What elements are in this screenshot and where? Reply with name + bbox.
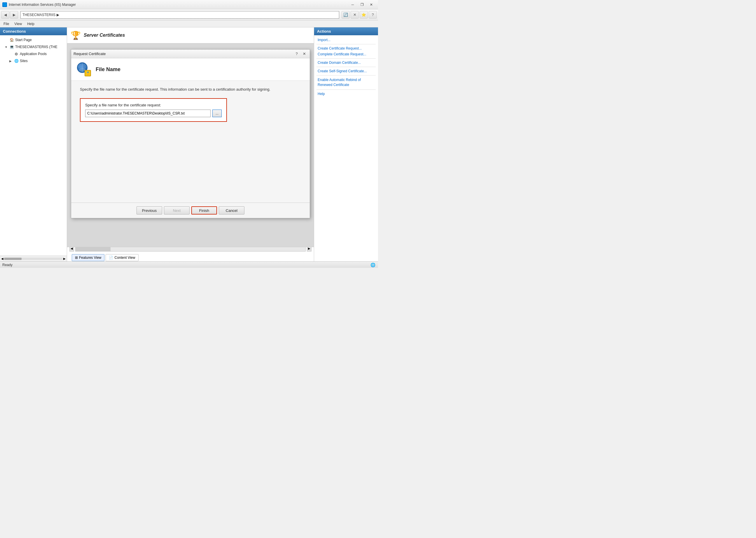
features-view-icon: ⊞ (75, 256, 78, 260)
window-title: Internet Information Services (IIS) Mana… (9, 3, 76, 7)
toolbar: ◀ ▶ THESECMASTERIIS ▶ 🔄 ✕ ⭐ ? (0, 9, 378, 21)
app-icon: 🌐 (2, 2, 7, 7)
dialog-title-text: Request Certificate (74, 52, 106, 56)
sidebar-sites-label: Sites (20, 59, 28, 63)
actions-panel: Actions Import... Create Certificate Req… (314, 27, 378, 261)
file-name-input[interactable] (85, 110, 211, 117)
menu-view[interactable]: View (12, 21, 24, 27)
content-header: 🏆 Server Certificates (67, 27, 314, 43)
next-button[interactable]: Next (164, 206, 190, 214)
content-body: Request Certificate ? ✕ (67, 43, 314, 247)
status-bar: Ready 🌐 (0, 261, 378, 268)
menu-file[interactable]: File (1, 21, 11, 27)
sidebar-scroll-right[interactable]: ▶ (63, 257, 66, 260)
sidebar-bottom: ◀ ▶ (0, 256, 67, 261)
certificate-icon: 🏅 (77, 62, 91, 76)
dialog-overlay: Request Certificate ? ✕ (67, 43, 314, 247)
tree-arrow-sites: ▶ (9, 59, 13, 63)
sidebar: Connections 🏠 Start Page ▼ 💻 THESECMASTE… (0, 27, 67, 261)
features-view-label: Features View (79, 256, 101, 260)
action-create-domain-cert[interactable]: Create Domain Certificate... (314, 60, 378, 66)
dialog-help-button[interactable]: ? (293, 51, 300, 57)
refresh-button[interactable]: 🔄 (342, 11, 350, 19)
file-name-form-group: Specify a file name for the certificate … (80, 98, 227, 122)
dialog-description: Specify the file name for the certificat… (80, 86, 301, 92)
action-sep-2 (316, 58, 376, 59)
view-tabs: ⊞ Features View 📄 Content View (69, 252, 311, 262)
sidebar-item-label: Start Page (15, 38, 32, 42)
stop-button[interactable]: ✕ (350, 11, 359, 19)
actions-header: Actions (314, 27, 378, 35)
sidebar-scrollbar[interactable] (4, 258, 63, 260)
content-view-icon: 📄 (109, 256, 113, 260)
scroll-track[interactable] (75, 247, 306, 251)
action-sep-4 (316, 75, 376, 76)
content-title: Server Certificates (84, 33, 125, 38)
action-create-cert-req[interactable]: Create Certificate Request... (314, 45, 378, 51)
content-area: 🏆 Server Certificates Request Certificat… (67, 27, 314, 261)
menu-bar: File View Help (0, 21, 378, 27)
tree-arrow-server: ▼ (5, 45, 8, 49)
action-create-self-signed[interactable]: Create Self-Signed Certificate... (314, 68, 378, 74)
nav-buttons: ◀ ▶ (1, 11, 18, 19)
toolbar-right: 🔄 ✕ ⭐ ? (342, 11, 377, 19)
menu-help[interactable]: Help (25, 21, 37, 27)
sidebar-content: 🏠 Start Page ▼ 💻 THESECMASTERIIS (THE ⚙ … (0, 35, 67, 256)
cert-badge: 🏅 (85, 70, 91, 76)
previous-button[interactable]: Previous (137, 206, 162, 214)
back-button[interactable]: ◀ (1, 11, 9, 19)
home-button[interactable]: ⭐ (360, 11, 368, 19)
file-name-input-row: ... (85, 110, 222, 117)
scroll-left-arrow[interactable]: ◀ (69, 247, 74, 251)
sidebar-item-apppools[interactable]: ⚙ Application Pools (0, 50, 67, 57)
forward-button[interactable]: ▶ (10, 11, 18, 19)
browse-button[interactable]: ... (212, 110, 222, 117)
status-right: 🌐 (370, 262, 376, 268)
action-enable-rebind[interactable]: Enable Automatic Rebind of Renewed Certi… (314, 77, 378, 88)
dialog-step-title: File Name (96, 67, 120, 73)
actions-title: Actions (317, 29, 331, 33)
request-certificate-dialog: Request Certificate ? ✕ (71, 49, 310, 218)
status-text: Ready (2, 263, 13, 267)
dialog-header: 🏅 File Name (71, 58, 310, 81)
content-footer: ◀ ▶ ⊞ Features View 📄 Content View (67, 247, 314, 261)
sidebar-item-server[interactable]: ▼ 💻 THESECMASTERIIS (THE (0, 43, 67, 50)
sidebar-title: Connections (3, 29, 26, 33)
cancel-button[interactable]: Cancel (219, 206, 244, 214)
main-layout: Connections 🏠 Start Page ▼ 💻 THESECMASTE… (0, 27, 378, 261)
restore-button[interactable]: ❐ (357, 2, 366, 8)
help-button[interactable]: ? (369, 11, 377, 19)
title-bar-left: 🌐 Internet Information Services (IIS) Ma… (2, 2, 76, 7)
finish-button[interactable]: Finish (191, 206, 217, 214)
sidebar-scroll-left[interactable]: ◀ (1, 257, 4, 260)
sidebar-item-server-label: THESECMASTERIIS (THE (15, 45, 57, 49)
sidebar-apppools-label: Application Pools (20, 52, 47, 56)
tab-features-view[interactable]: ⊞ Features View (72, 254, 104, 261)
close-button[interactable]: ✕ (367, 2, 376, 8)
dialog-close-button[interactable]: ✕ (301, 51, 307, 57)
action-sep-5 (316, 89, 376, 90)
file-name-label: Specify a file name for the certificate … (85, 103, 222, 107)
dialog-body: Specify the file name for the certificat… (71, 81, 310, 202)
content-view-label: Content View (114, 256, 135, 260)
sidebar-item-sites[interactable]: ▶ 🌐 Sites (0, 57, 67, 64)
scroll-right-arrow[interactable]: ▶ (307, 247, 311, 251)
apppools-icon: ⚙ (14, 51, 19, 57)
action-help[interactable]: Help (314, 91, 378, 97)
action-sep-3 (316, 67, 376, 67)
title-bar: 🌐 Internet Information Services (IIS) Ma… (0, 0, 378, 9)
content-header-icon: 🏆 (71, 30, 81, 40)
action-complete-cert-req[interactable]: Complete Certificate Request... (314, 51, 378, 57)
minimize-button[interactable]: ─ (348, 2, 357, 8)
horizontal-scrollbar[interactable]: ◀ ▶ (69, 247, 311, 251)
action-import[interactable]: Import... (314, 37, 378, 43)
status-icon: 🌐 (370, 262, 376, 268)
server-icon: 💻 (9, 44, 14, 50)
address-bar[interactable]: THESECMASTERIIS ▶ (21, 11, 339, 19)
dialog-title-controls: ? ✕ (293, 51, 307, 57)
sidebar-item-startpage[interactable]: 🏠 Start Page (0, 36, 67, 43)
actions-content: Import... Create Certificate Request... … (314, 35, 378, 261)
dialog-footer: Previous Next Finish Cancel (71, 202, 310, 218)
tab-content-view[interactable]: 📄 Content View (105, 254, 138, 261)
dialog-title-bar: Request Certificate ? ✕ (71, 50, 310, 58)
